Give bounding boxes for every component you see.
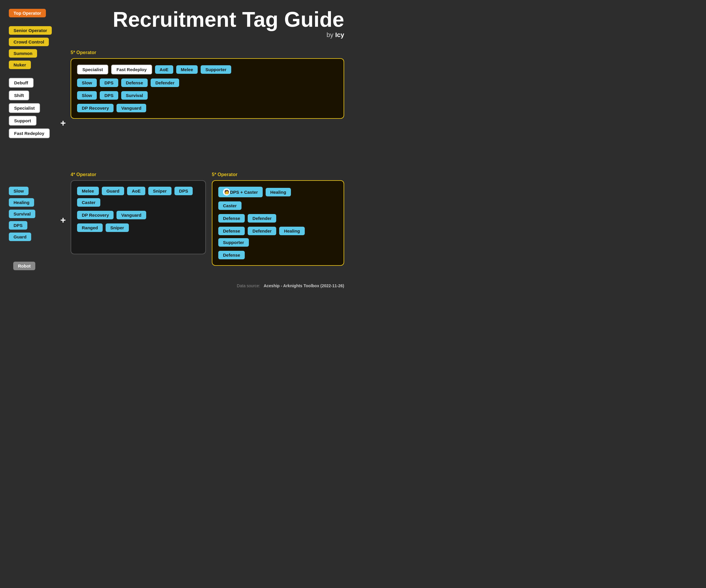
top-row-1: Specialist Fast Redeploy AoE Melee Suppo… <box>77 65 338 74</box>
tag-slow-r3[interactable]: Slow <box>77 91 97 100</box>
tag-fast-redeploy-sidebar[interactable]: Fast Redeploy <box>9 128 50 138</box>
plus-sign-bottom: + <box>60 215 66 225</box>
tag-robot[interactable]: Robot <box>13 262 35 270</box>
tag-slow-r2[interactable]: Slow <box>77 79 97 87</box>
header-area: Recruitment Tag Guide by Icy <box>71 9 344 39</box>
bc-row-1: Melee Guard AoE Sniper DPS Caster <box>77 187 199 207</box>
tag-dps-r3[interactable]: DPS <box>100 91 118 100</box>
footer-source: Aceship - Arknights Toolbox (2022-11-26) <box>264 284 344 288</box>
sidebar: Top Operator Senior Operator Crowd Contr… <box>9 9 68 138</box>
tag-defender-br4[interactable]: Defender <box>248 227 276 235</box>
tag-aoe-bc1[interactable]: AoE <box>127 187 145 195</box>
tag-summon[interactable]: Summon <box>9 49 37 58</box>
tag-defense-r2[interactable]: Defense <box>121 79 148 87</box>
tag-dp-recovery-r4[interactable]: DP Recovery <box>77 104 114 112</box>
bottom-right-area: 5* Operator 🧑 DPS + Caster Healing Caste… <box>212 172 344 266</box>
tag-dps-bc1[interactable]: DPS <box>174 187 193 195</box>
bottom-right-box: 🧑 DPS + Caster Healing Caster Defense De… <box>212 180 344 266</box>
tag-survival-r3[interactable]: Survival <box>121 91 148 100</box>
br-row-3: Defense Defender <box>218 214 338 222</box>
br-row-1: 🧑 DPS + Caster Healing <box>218 187 338 197</box>
tag-caster-bc1[interactable]: Caster <box>77 198 100 207</box>
tag-healing-bottom[interactable]: Healing <box>9 198 34 207</box>
br-row-4: Defense Defender Healing Supporter <box>218 227 338 247</box>
top-section-label: 5* Operator <box>71 50 344 55</box>
tag-sniper-bc1[interactable]: Sniper <box>148 187 171 195</box>
bottom-center-label: 4* Operator <box>71 172 206 177</box>
tag-top-operator[interactable]: Top Operator <box>9 9 46 17</box>
tag-guard-bc1[interactable]: Guard <box>102 187 124 195</box>
tag-vanguard-r4[interactable]: Vanguard <box>116 104 146 112</box>
top-row-2: Slow DPS Defense Defender <box>77 79 338 87</box>
tag-shift[interactable]: Shift <box>9 91 29 100</box>
bottom-center-box: Melee Guard AoE Sniper DPS Caster DP Rec… <box>71 180 206 254</box>
footer-prefix: Data source: <box>237 284 260 288</box>
br-row-5: Defense <box>218 251 338 259</box>
tag-defense-br3[interactable]: Defense <box>218 214 245 222</box>
tag-support[interactable]: Support <box>9 116 36 126</box>
tag-melee-r1[interactable]: Melee <box>176 65 198 74</box>
tag-dps-bottom[interactable]: DPS <box>9 221 27 229</box>
subtitle: by Icy <box>71 31 344 39</box>
tag-defense-br5[interactable]: Defense <box>218 251 245 259</box>
top-dark-box: Specialist Fast Redeploy AoE Melee Suppo… <box>71 58 344 119</box>
plus-sign-top: + <box>60 118 66 128</box>
tag-caster-br2[interactable]: Caster <box>218 201 241 210</box>
tag-senior-operator[interactable]: Senior Operator <box>9 26 52 35</box>
top-row-3: Slow DPS Survival <box>77 91 338 100</box>
tag-fast-redeploy-r1[interactable]: Fast Redeploy <box>111 65 152 74</box>
tag-debuff[interactable]: Debuff <box>9 78 34 88</box>
tag-aoe-r1[interactable]: AoE <box>155 65 173 74</box>
tag-dps-r2[interactable]: DPS <box>100 79 118 87</box>
tag-supporter-r1[interactable]: Supporter <box>201 65 231 74</box>
tag-healing-br4[interactable]: Healing <box>279 227 305 235</box>
top-content-area: 5* Operator Specialist Fast Redeploy AoE… <box>71 50 344 119</box>
tag-supporter-br4[interactable]: Supporter <box>218 238 249 247</box>
tag-vanguard-bc2[interactable]: Vanguard <box>116 211 146 219</box>
tag-nuker[interactable]: Nuker <box>9 60 31 69</box>
page: Recruitment Tag Guide by Icy Top Operato… <box>0 0 353 294</box>
tag-guard-bottom[interactable]: Guard <box>9 233 31 241</box>
tag-survival-bottom[interactable]: Survival <box>9 210 35 218</box>
tag-defense-br4[interactable]: Defense <box>218 227 245 235</box>
bottom-center-area: 4* Operator Melee Guard AoE Sniper DPS C… <box>71 172 206 254</box>
tag-melee-bc1[interactable]: Melee <box>77 187 99 195</box>
tag-healing-br1[interactable]: Healing <box>266 188 291 196</box>
tag-slow-bottom[interactable]: Slow <box>9 187 29 195</box>
tag-defender-br3[interactable]: Defender <box>248 214 276 222</box>
robot-tag-wrapper: Robot <box>13 262 35 270</box>
tag-specialist-r1[interactable]: Specialist <box>77 65 108 74</box>
operator-icon: 🧑 <box>223 188 230 196</box>
bottom-sidebar: Slow Healing Survival DPS Guard <box>9 187 35 241</box>
tag-dps-caster-br1[interactable]: 🧑 DPS + Caster <box>218 187 263 197</box>
top-row-4: DP Recovery Vanguard <box>77 104 338 112</box>
tag-ranged-bc3[interactable]: Ranged <box>77 223 103 232</box>
br-row-2: Caster <box>218 201 338 210</box>
footer: Data source: Aceship - Arknights Toolbox… <box>237 284 344 288</box>
bottom-right-label: 5* Operator <box>212 172 344 177</box>
tag-crowd-control[interactable]: Crowd Control <box>9 38 49 46</box>
tag-sniper-bc3[interactable]: Sniper <box>106 223 129 232</box>
bc-row-3: Ranged Sniper <box>77 223 199 232</box>
tag-specialist[interactable]: Specialist <box>9 103 40 113</box>
bc-row-2: DP Recovery Vanguard <box>77 211 199 219</box>
tag-dp-recovery-bc2[interactable]: DP Recovery <box>77 211 114 219</box>
page-title: Recruitment Tag Guide <box>71 9 344 30</box>
tag-defender-r2[interactable]: Defender <box>151 79 179 87</box>
